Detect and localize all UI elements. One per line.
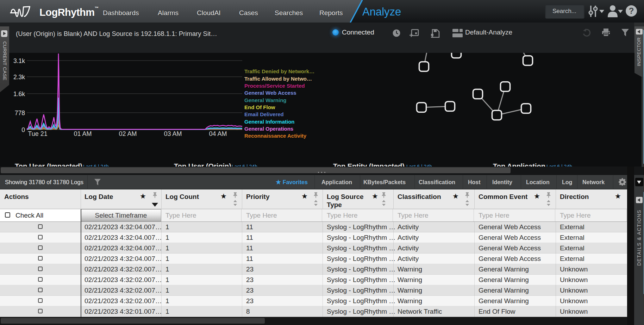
svg-text:?: ? <box>629 6 634 15</box>
